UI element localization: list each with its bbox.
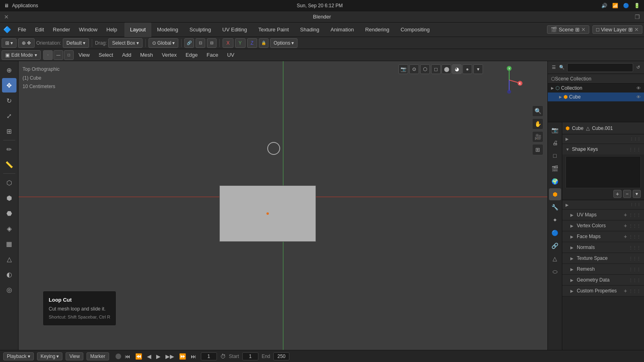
orientation-selector[interactable]: Default ▾ <box>63 38 89 48</box>
editor-type-button[interactable]: ⊞ ▾ <box>2 38 17 48</box>
lock-axis-btn[interactable]: 🔒 <box>259 38 268 48</box>
uv-menu[interactable]: UV <box>223 50 238 60</box>
select-edges-btn[interactable]: — <box>54 50 63 60</box>
menu-help[interactable]: Help <box>102 25 121 34</box>
cursor-tool[interactable]: ⊕ <box>2 63 17 77</box>
material-props-icon[interactable]: ⬭ <box>549 265 561 278</box>
viewport-overlay-toggle[interactable]: ⊙ <box>409 64 419 74</box>
cube-mesh[interactable] <box>219 185 316 242</box>
face-maps-header[interactable]: ▶ Face Maps + ⋮⋮⋮ <box>562 231 644 242</box>
sync-btn[interactable]: ↺ <box>636 63 641 72</box>
wireframe-shading-btn[interactable]: ◻ <box>431 64 441 74</box>
rendered-shading-btn[interactable]: ● <box>462 64 472 74</box>
keying-menu[interactable]: Keying ▾ <box>37 352 63 360</box>
custom-properties-header[interactable]: ▶ Custom Properties + ⋮⋮⋮ <box>562 286 644 296</box>
collection-visibility-icon[interactable]: 👁 <box>636 86 641 90</box>
timeline-view-menu[interactable]: View <box>66 352 83 360</box>
scene-close-icon[interactable]: ✕ <box>581 27 586 33</box>
remesh-header[interactable]: ▶ Remesh ⋮⋮⋮ <box>562 264 644 274</box>
shear-tool[interactable]: ◎ <box>2 282 17 297</box>
normals-header[interactable]: ▶ Normals ⋮⋮⋮ <box>562 242 644 253</box>
scene-selector[interactable]: 🎬 Scene ⊞ ✕ <box>547 25 589 34</box>
start-frame-input[interactable] <box>242 352 258 360</box>
spin-tool[interactable]: ⬣ <box>2 206 17 220</box>
grid-toggle[interactable]: ⊟ <box>207 38 217 48</box>
tab-sculpting[interactable]: Sculpting <box>184 23 217 37</box>
render-props-icon[interactable]: 📷 <box>549 124 561 136</box>
prev-keyframe-btn[interactable]: ⏪ <box>134 353 143 360</box>
z-axis-btn[interactable]: Z <box>247 38 257 48</box>
modifier-props-icon[interactable]: 🔧 <box>549 201 561 213</box>
move-tool[interactable]: ✥ <box>2 78 17 93</box>
object-name-display[interactable]: Cube <box>572 125 584 131</box>
view-menu[interactable]: View <box>74 50 94 60</box>
step-forward-btn[interactable]: ▶▶ <box>164 353 175 360</box>
window-close-button[interactable]: ✕ <box>4 14 9 20</box>
view-layer-props-icon[interactable]: □ <box>549 150 561 162</box>
menu-file[interactable]: File <box>14 25 30 34</box>
expand-arrow2-icon[interactable]: ▶ <box>566 203 569 207</box>
measure-tool[interactable]: 📏 <box>2 157 17 172</box>
navigation-gizmo[interactable]: Y X <box>495 66 523 94</box>
vertex-menu[interactable]: Vertex <box>158 50 181 60</box>
mesh-name-display[interactable]: Cube.001 <box>592 125 613 131</box>
object-props-icon[interactable]: ⬢ <box>549 188 561 200</box>
marker-menu[interactable]: Marker <box>87 352 109 360</box>
pivot-selector[interactable]: ⊙ Global ▾ <box>149 38 179 48</box>
grid-overlay-btn[interactable]: ⊞ <box>532 144 543 155</box>
tab-modeling[interactable]: Modeling <box>151 23 184 37</box>
transform-gizmo[interactable] <box>267 142 280 155</box>
outliner-collection-item[interactable]: ▶ ⬡ Collection 👁 <box>548 84 644 93</box>
window-expand-button[interactable]: ❐ <box>635 14 640 20</box>
options-btn[interactable]: Options ▾ <box>270 38 297 48</box>
loop-cut-tool[interactable]: ⬡ <box>2 175 17 190</box>
uv-maps-add-icon[interactable]: + <box>624 212 627 218</box>
output-props-icon[interactable]: 🖨 <box>549 137 561 149</box>
material-shading-btn[interactable]: ◕ <box>452 64 462 74</box>
face-menu[interactable]: Face <box>202 50 222 60</box>
custom-props-add-icon[interactable]: + <box>624 288 627 294</box>
tab-texture-paint[interactable]: Texture Paint <box>253 23 295 37</box>
viewport-camera-btn[interactable]: 📷 <box>398 64 408 74</box>
x-axis-btn[interactable]: X <box>223 38 233 48</box>
camera-view-btn[interactable]: 🎥 <box>532 131 543 142</box>
select-menu[interactable]: Select <box>95 50 117 60</box>
outliner-search-input[interactable] <box>567 63 633 72</box>
snap-toggle[interactable]: 🔗 <box>184 38 194 48</box>
shape-keys-header[interactable]: ▼ Shape Keys ⋮⋮⋮ <box>562 144 644 154</box>
expand-arrow-icon[interactable]: ▶ <box>566 137 569 141</box>
record-btn[interactable] <box>116 354 121 359</box>
solid-shading-btn[interactable]: ⬤ <box>442 64 451 74</box>
shape-keys-list[interactable] <box>566 156 641 188</box>
tab-animation[interactable]: Animation <box>325 23 359 37</box>
current-frame-input[interactable]: 1 <box>201 352 217 360</box>
scale-tool[interactable]: ⤢ <box>2 109 17 123</box>
poly-build-tool[interactable]: ⬢ <box>2 191 17 205</box>
mode-selector[interactable]: ▣ Edit Mode ▾ <box>2 50 41 60</box>
slide-edge-tool[interactable]: ▦ <box>2 237 17 251</box>
filter-btn[interactable]: 🔍 <box>559 63 565 72</box>
outliner-mode-btn[interactable]: ☰ <box>551 63 557 72</box>
tab-rendering[interactable]: Rendering <box>359 23 395 37</box>
playback-menu[interactable]: Playback ▾ <box>3 352 34 360</box>
menu-window[interactable]: Window <box>75 25 101 34</box>
view-layer-close-icon[interactable]: ✕ <box>634 27 639 33</box>
drag-selector[interactable]: Select Box ▾ <box>108 38 142 48</box>
system-app-label[interactable]: Applications <box>12 3 38 8</box>
down-arrow-btn[interactable]: ▾ <box>633 190 641 198</box>
push-pull-tool[interactable]: ◐ <box>2 267 17 282</box>
world-props-icon[interactable]: 🌍 <box>549 175 561 187</box>
shading-settings-btn[interactable]: ▾ <box>473 64 483 74</box>
annotate-tool[interactable]: ✏ <box>2 142 17 156</box>
rotate-tool[interactable]: ↻ <box>2 93 17 108</box>
face-maps-add-icon[interactable]: + <box>624 233 627 240</box>
outliner-cube-item[interactable]: ▶ ⬢ Cube 👁 <box>548 93 644 101</box>
proportional-toggle[interactable]: ⊡ <box>196 38 205 48</box>
add-menu[interactable]: Add <box>118 50 135 60</box>
menu-render[interactable]: Render <box>49 25 74 34</box>
select-faces-btn[interactable]: □ <box>64 50 74 60</box>
transform-tool[interactable]: ⊞ <box>2 124 17 138</box>
tab-uv-editing[interactable]: UV Editing <box>217 23 252 37</box>
tab-shading[interactable]: Shading <box>295 23 325 37</box>
vertex-colors-header[interactable]: ▶ Vertex Colors + ⋮⋮⋮ <box>562 220 644 231</box>
